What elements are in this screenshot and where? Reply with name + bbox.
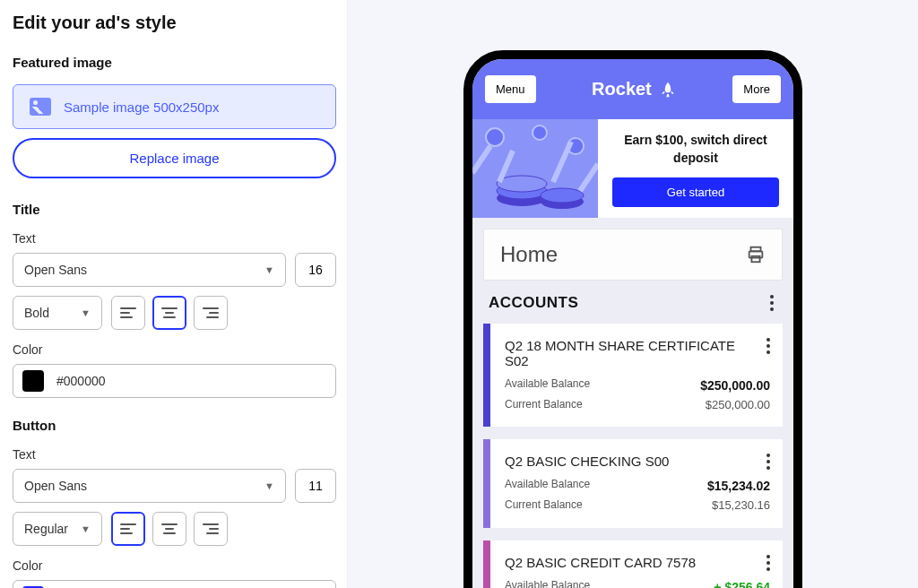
button-color-label: Color	[13, 558, 336, 573]
rocket-icon	[659, 81, 677, 99]
svg-point-1	[486, 128, 504, 146]
account-row-label: Current Balance	[505, 497, 583, 515]
title-section-label: Title	[13, 202, 336, 217]
align-right-icon	[203, 523, 219, 534]
account-card[interactable]: Q2 BASIC CREDIT CARD 7578Available Balan…	[483, 540, 783, 588]
account-name: Q2 BASIC CREDIT CARD 7578	[505, 555, 770, 570]
account-menu-button[interactable]	[763, 551, 774, 575]
title-font-select[interactable]: Open Sans ▼	[13, 253, 286, 287]
button-font-value: Open Sans	[24, 479, 87, 493]
account-row-value: $15,234.02	[707, 476, 770, 496]
accounts-menu-button[interactable]	[766, 291, 777, 315]
title-weight-value: Bold	[24, 306, 49, 320]
title-color-input[interactable]: #000000	[13, 364, 336, 398]
account-row: Current Balance$250,000.00	[505, 396, 770, 415]
promo-title: Earn $100, switch direct deposit	[612, 132, 779, 167]
button-align-group	[111, 512, 228, 546]
button-align-right-button[interactable]	[194, 512, 228, 546]
account-card[interactable]: Q2 18 MONTH SHARE CERTIFICATE S02Availab…	[483, 324, 783, 427]
style-editor-panel: Edit your ad's style Featured image Samp…	[0, 0, 348, 588]
print-icon[interactable]	[746, 245, 766, 264]
home-label: Home	[500, 242, 558, 267]
title-align-right-button[interactable]	[194, 296, 228, 330]
button-align-left-button[interactable]	[111, 512, 145, 546]
phone-mockup: Menu Rocket More	[463, 50, 802, 588]
svg-point-6	[497, 176, 547, 192]
replace-image-button[interactable]: Replace image	[13, 138, 336, 178]
account-row-value: $250,000.00	[700, 376, 770, 395]
featured-image-label: Featured image	[13, 55, 336, 70]
title-color-label: Color	[13, 342, 336, 357]
promo-body: Earn $100, switch direct deposit Get sta…	[598, 119, 793, 218]
preview-area: Menu Rocket More	[348, 0, 918, 588]
account-body: Q2 BASIC CHECKING S00Available Balance$1…	[490, 439, 783, 527]
home-bar: Home	[483, 229, 783, 281]
title-align-center-button[interactable]	[152, 296, 186, 330]
account-row-label: Available Balance	[505, 577, 590, 588]
account-stripe	[483, 324, 490, 427]
button-font-select[interactable]: Open Sans ▼	[13, 469, 286, 503]
align-right-icon	[203, 307, 219, 318]
button-section-label: Button	[13, 418, 336, 433]
title-color-value: #000000	[56, 374, 106, 388]
button-weight-select[interactable]: Regular ▼	[13, 512, 102, 546]
account-row-label: Available Balance	[505, 476, 590, 496]
button-font-size-input[interactable]	[295, 469, 336, 503]
align-left-icon	[120, 523, 136, 534]
featured-image-preview[interactable]: Sample image 500x250px	[13, 84, 336, 129]
account-stripe	[483, 439, 490, 527]
button-color-input[interactable]: #1D29FF	[13, 580, 336, 588]
promo-cta-button[interactable]: Get started	[612, 177, 779, 207]
promo-card: Earn $100, switch direct deposit Get sta…	[472, 119, 793, 218]
svg-point-8	[541, 188, 584, 203]
more-button[interactable]: More	[732, 75, 781, 103]
button-align-center-button[interactable]	[152, 512, 186, 546]
chevron-down-icon: ▼	[81, 307, 91, 318]
accounts-list: Q2 18 MONTH SHARE CERTIFICATE S02Availab…	[472, 324, 793, 588]
accounts-header: ACCOUNTS	[472, 291, 793, 324]
account-name: Q2 BASIC CHECKING S00	[505, 454, 770, 469]
coins-illustration	[472, 119, 598, 218]
button-weight-value: Regular	[24, 522, 68, 536]
account-row-value: $250,000.00	[706, 396, 770, 415]
svg-point-2	[533, 125, 547, 140]
account-body: Q2 18 MONTH SHARE CERTIFICATE S02Availab…	[490, 324, 783, 427]
brand: Rocket	[592, 79, 677, 99]
title-text-label: Text	[13, 231, 336, 246]
panel-title: Edit your ad's style	[13, 13, 336, 33]
title-align-left-button[interactable]	[111, 296, 145, 330]
chevron-down-icon: ▼	[264, 480, 274, 491]
title-color-swatch	[22, 370, 44, 392]
account-row-value: + $256.64	[714, 577, 770, 588]
account-name: Q2 18 MONTH SHARE CERTIFICATE S02	[505, 338, 770, 368]
title-font-size-input[interactable]	[295, 253, 336, 287]
account-row: Available Balance$250,000.00	[505, 376, 770, 395]
title-weight-select[interactable]: Bold ▼	[13, 296, 102, 330]
title-font-value: Open Sans	[24, 263, 87, 277]
account-row-value: $15,230.16	[712, 497, 770, 515]
account-card[interactable]: Q2 BASIC CHECKING S00Available Balance$1…	[483, 439, 783, 527]
chevron-down-icon: ▼	[81, 523, 91, 534]
menu-button[interactable]: Menu	[485, 75, 536, 103]
title-align-group	[111, 296, 228, 330]
image-icon	[30, 98, 51, 116]
account-row: Current Balance$15,230.16	[505, 497, 770, 515]
account-row: Available Balance$15,234.02	[505, 476, 770, 496]
accounts-label: ACCOUNTS	[489, 294, 578, 312]
align-center-icon	[161, 307, 178, 318]
account-row-label: Current Balance	[505, 396, 583, 415]
sample-image-text: Sample image 500x250px	[64, 99, 219, 115]
button-text-label: Text	[13, 447, 336, 462]
chevron-down-icon: ▼	[264, 264, 274, 275]
align-left-icon	[120, 307, 136, 318]
account-stripe	[483, 540, 490, 588]
account-row-label: Available Balance	[505, 376, 590, 395]
align-center-icon	[161, 523, 178, 534]
brand-name: Rocket	[592, 79, 652, 99]
promo-image	[472, 119, 598, 218]
account-row: Available Balance+ $256.64	[505, 577, 770, 588]
app-header: Menu Rocket More	[472, 59, 793, 119]
account-menu-button[interactable]	[763, 334, 774, 358]
account-body: Q2 BASIC CREDIT CARD 7578Available Balan…	[490, 540, 783, 588]
account-menu-button[interactable]	[763, 450, 774, 473]
